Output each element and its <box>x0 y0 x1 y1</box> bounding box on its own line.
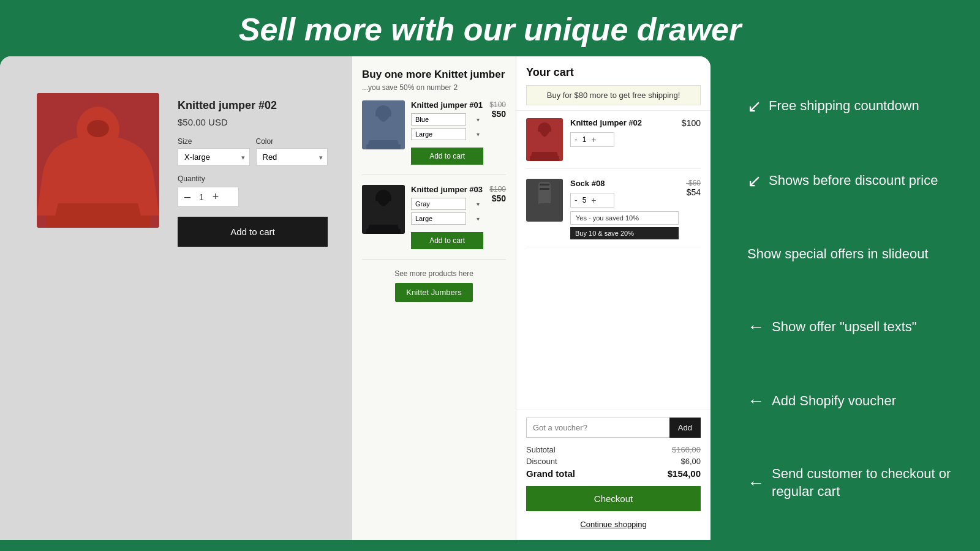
product-title: Knitted jumper #02 <box>178 99 328 112</box>
quantity-control: – 1 + <box>178 187 239 207</box>
cart-panel: Your cart Buy for $80 more to get free s… <box>516 56 710 540</box>
cart-item-1-minus-btn[interactable]: - <box>575 135 578 144</box>
checkout-button[interactable]: Checkout <box>526 486 701 511</box>
cart-item-2-plus-btn[interactable]: + <box>591 195 596 205</box>
upsell-item-2-image <box>362 185 405 234</box>
svg-rect-6 <box>538 203 560 214</box>
grand-total-label: Grand total <box>526 468 575 479</box>
upsell-size-select-2[interactable]: Large Small <box>411 212 466 225</box>
upsell-add-btn-1[interactable]: Add to cart <box>411 148 483 165</box>
annotation-text-3: Show special offers in slideout <box>747 246 929 263</box>
cart-item-2: Sock #08 - 5 + Yes - you saved 10% Buy 1… <box>526 179 701 247</box>
subtotal-label: Subtotal <box>526 445 556 454</box>
svg-point-1 <box>87 120 109 137</box>
jumper-blue-img <box>362 100 405 149</box>
cart-item-1-plus-btn[interactable]: + <box>591 135 596 144</box>
sweater-red-img <box>37 93 159 228</box>
product-price: $50.00 USD <box>178 117 328 127</box>
upsell-price-original-2: $100 <box>489 185 506 193</box>
voucher-add-btn[interactable]: Add <box>669 418 701 438</box>
see-more-btn[interactable]: Knittet Jumbers <box>395 283 472 302</box>
options-row: Size X-large Small Medium Large <box>178 137 328 166</box>
jumper-dark-img <box>362 185 405 234</box>
cart-item-1-name: Knitted jumper #02 <box>570 118 674 127</box>
cart-header: Your cart Buy for $80 more to get free s… <box>516 56 710 111</box>
product-info: Knitted jumper #02 $50.00 USD Size X-lar… <box>178 93 328 247</box>
cart-item-2-image <box>526 179 563 222</box>
grand-total-row: Grand total $154,00 <box>526 468 701 479</box>
qty-value: 1 <box>199 192 204 202</box>
see-more-text: See more products here <box>362 269 506 278</box>
voucher-row: Add <box>526 418 701 438</box>
upsell-item-1-info: Knitted jumper #01 Blue Red Large Small <box>411 100 483 165</box>
cart-item-2-price: -$60 $54 <box>686 179 701 197</box>
cart-items-list: Knitted jumper #02 - 1 + $100 <box>516 111 710 410</box>
size-option-group: Size X-large Small Medium Large <box>178 137 250 166</box>
upsell-add-btn-2[interactable]: Add to cart <box>411 232 483 249</box>
arrow-icon-2: ↙ <box>747 171 761 191</box>
color-label: Color <box>256 137 328 146</box>
upsell-price-original-1: $100 <box>489 100 506 109</box>
upsell-title: Buy one more Knittet jumber <box>362 69 506 81</box>
size-select-wrapper: X-large Small Medium Large <box>178 148 250 166</box>
subtotal-row: Subtotal $160,00 <box>526 445 701 454</box>
upsell-size-select-1[interactable]: Large Small <box>411 128 466 140</box>
cart-item-1-image <box>526 118 563 161</box>
device-screen: Knitted jumper #02 $50.00 USD Size X-lar… <box>0 56 710 540</box>
upsell-subtitle: ...you save 50% on number 2 <box>362 83 506 92</box>
cart-title: Your cart <box>526 66 701 79</box>
free-shipping-bar: Buy for $80 more to get free shipping! <box>526 85 701 105</box>
cart-item-2-details: Sock #08 - 5 + Yes - you saved 10% Buy 1… <box>570 179 679 239</box>
upsell-size-wrapper-2: Large Small <box>411 212 483 225</box>
upsell-price-current-2: $50 <box>492 193 506 203</box>
subtotal-value: $160,00 <box>672 445 701 454</box>
qty-plus-btn[interactable]: + <box>213 190 219 203</box>
cart-item-2-current-price: $54 <box>686 187 701 197</box>
annotation-upsell-texts: ← Show offer "upsell texts" <box>747 317 968 337</box>
voucher-input[interactable] <box>526 418 669 438</box>
page-header: Sell more with our unique drawer <box>0 0 980 56</box>
product-page: Knitted jumper #02 $50.00 USD Size X-lar… <box>0 56 352 540</box>
annotation-special-offers: Show special offers in slideout <box>747 246 968 263</box>
size-select[interactable]: X-large Small Medium Large <box>178 148 250 166</box>
upsell-item-1: Knitted jumper #01 Blue Red Large Small <box>362 100 506 175</box>
qty-minus-btn[interactable]: – <box>184 190 190 203</box>
upsell-item-1-prices: $100 $50 <box>489 100 506 165</box>
cart-item-2-original-price: -$60 <box>686 179 701 187</box>
upsell-color-wrapper-1: Blue Red <box>411 113 483 126</box>
color-select-wrapper: Red Blue Green <box>256 148 328 166</box>
product-image <box>37 93 159 228</box>
cart-item-2-minus-btn[interactable]: - <box>575 195 578 205</box>
size-label: Size <box>178 137 250 146</box>
upsell-color-select-1[interactable]: Blue Red <box>411 113 466 126</box>
upsell-drawer: Buy one more Knittet jumber ...you save … <box>352 56 516 540</box>
color-option-group: Color Red Blue Green <box>256 137 328 166</box>
arrow-icon-1: ↙ <box>747 96 761 116</box>
upsell-item-2-prices: $100 $50 <box>489 185 506 249</box>
color-select[interactable]: Red Blue Green <box>256 148 328 166</box>
socks-img <box>526 179 563 222</box>
cart-item-1-details: Knitted jumper #02 - 1 + <box>570 118 674 147</box>
continue-shopping-button[interactable]: Continue shopping <box>526 516 701 533</box>
add-to-cart-button[interactable]: Add to cart <box>178 217 328 247</box>
grand-total-value: $154,00 <box>668 468 701 479</box>
product-image-area: Knitted jumper #02 $50.00 USD Size X-lar… <box>37 93 328 247</box>
main-area: Knitted jumper #02 $50.00 USD Size X-lar… <box>0 56 980 540</box>
annotation-before-discount: ↙ Shows before discount price <box>747 171 968 191</box>
arrow-icon-4: ← <box>747 317 764 337</box>
upsell-color-select-2[interactable]: Gray Black <box>411 198 466 210</box>
quantity-label: Quantity <box>178 174 328 183</box>
upsell-size-wrapper-1: Large Small <box>411 128 483 140</box>
annotation-text-1: Free shipping countdown <box>769 97 919 115</box>
annotations-panel: ↙ Free shipping countdown ↙ Shows before… <box>710 56 980 540</box>
upsell-item-1-image <box>362 100 405 149</box>
annotation-shopify-voucher: ← Add Shopify voucher <box>747 391 968 411</box>
svg-rect-9 <box>540 188 549 190</box>
annotation-text-5: Add Shopify voucher <box>772 392 896 410</box>
cart-item-1-qty: 1 <box>582 135 587 144</box>
discount-label: Discount <box>526 457 557 466</box>
discount-row: Discount $6,00 <box>526 457 701 466</box>
upsell-color-wrapper-2: Gray Black <box>411 198 483 210</box>
annotation-text-4: Show offer "upsell texts" <box>772 318 917 336</box>
annotation-text-2: Shows before discount price <box>769 172 938 190</box>
